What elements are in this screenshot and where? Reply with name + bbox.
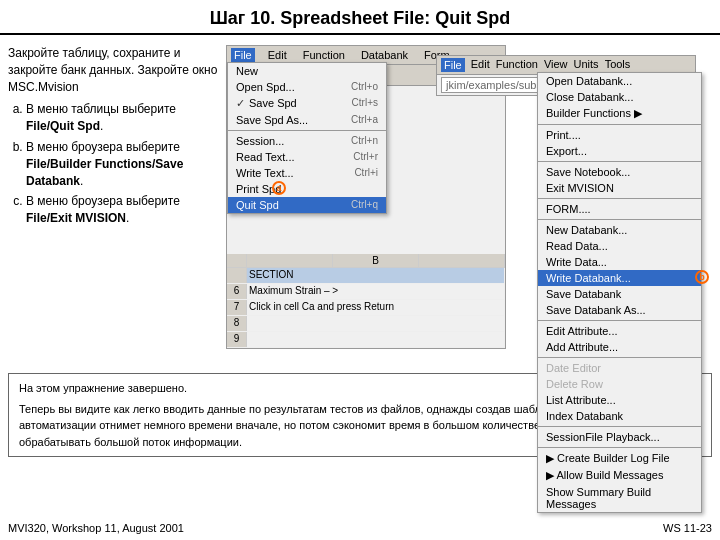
browser-menu-edit[interactable]: Edit [471, 58, 490, 72]
db-close[interactable]: Close Databank... [538, 89, 701, 105]
page-title: Шаг 10. Spreadsheet File: Quit Spd [0, 0, 720, 35]
ss-row-8: 8 [227, 316, 505, 332]
db-export[interactable]: Export... [538, 143, 701, 159]
main-content: Закройте таблицу, сохраните и закройте б… [0, 41, 720, 369]
menu-save-spd[interactable]: ✓Save SpdCtrl+s [228, 95, 386, 112]
ss-header: B [227, 254, 505, 268]
menu-read-text[interactable]: Read Text...Ctrl+r [228, 149, 386, 165]
db-sep6 [538, 357, 701, 358]
db-sep2 [538, 161, 701, 162]
ss-row-6: 6 Maximum Strain – > [227, 284, 505, 300]
step-b: В меню броузера выберите File/Builder Fu… [26, 139, 218, 189]
footer-right: WS 11-23 [663, 522, 712, 534]
screenshot-area: File Edit Function Databank Form fx New … [226, 45, 712, 365]
db-session-playback[interactable]: SessionFile Playback... [538, 429, 701, 445]
db-allow-build[interactable]: ▶ Allow Build Messages [538, 467, 701, 484]
db-date-editor: Date Editor [538, 360, 701, 376]
db-edit-attr[interactable]: Edit Attribute... [538, 323, 701, 339]
file-menu-dropdown: New Open Spd...Ctrl+o ✓Save SpdCtrl+s Sa… [227, 62, 387, 214]
row-num-header [227, 254, 247, 267]
db-sep1 [538, 124, 701, 125]
db-print[interactable]: Print.... [538, 127, 701, 143]
menu-quit-spd[interactable]: Quit SpdCtrl+q [228, 197, 386, 213]
step-a-bold: File/Quit Spd [26, 119, 100, 133]
databank-menu: Open Databank... Close Databank... Build… [537, 72, 702, 513]
browser-menu-units[interactable]: Units [574, 58, 599, 72]
col-c-header [419, 254, 505, 267]
db-index[interactable]: Index Databank [538, 408, 701, 424]
step-b-bold: File/Builder Functions/Save Databank [26, 157, 183, 188]
db-builder[interactable]: Builder Functions ▶ [538, 105, 701, 122]
db-save-as[interactable]: Save Databank As... [538, 302, 701, 318]
intro-text: Закройте таблицу, сохраните и закройте б… [8, 45, 218, 95]
db-sep7 [538, 426, 701, 427]
browser-menu-view[interactable]: View [544, 58, 568, 72]
menu-sep-1 [228, 130, 386, 131]
db-show-summary[interactable]: Show Summary Build Messages [538, 484, 701, 512]
ss-row-9: 9 [227, 332, 505, 348]
db-sep5 [538, 320, 701, 321]
browser-menu-function[interactable]: Function [496, 58, 538, 72]
db-write-databank[interactable]: Write Databank... b [538, 270, 701, 286]
step-c-bold: File/Exit MVISION [26, 211, 126, 225]
menu-write-text[interactable]: Write Text...Ctrl+i [228, 165, 386, 181]
page-footer: MVI320, Workshop 11, August 2001 WS 11-2… [0, 520, 720, 536]
db-exit[interactable]: Exit MVISION [538, 180, 701, 196]
col-b-header: B [333, 254, 419, 267]
db-delete-row: Delete Row [538, 376, 701, 392]
db-create-log[interactable]: ▶ Create Builder Log File [538, 450, 701, 467]
db-read[interactable]: Read Data... [538, 238, 701, 254]
browser-window: File Edit Function View Units Tools jkim… [436, 55, 696, 96]
menu-save-spd-as[interactable]: Save Spd As...Ctrl+a [228, 112, 386, 128]
db-sep4 [538, 219, 701, 220]
db-sep3 [538, 198, 701, 199]
db-new[interactable]: New Databank... [538, 222, 701, 238]
db-save[interactable]: Save Databank [538, 286, 701, 302]
step-list: В меню таблицы выберите File/Quit Spd. В… [8, 101, 218, 227]
ss-row-section: SECTION [227, 268, 505, 284]
step-c: В меню броузера выберите File/Exit MVISI… [26, 193, 218, 227]
menu-edit[interactable]: Edit [265, 48, 290, 62]
instruction-panel: Закройте таблицу, сохраните и закройте б… [8, 45, 218, 365]
ss-row-7: 7 Click in cell Ca and press Return [227, 300, 505, 316]
annotation-a: a [272, 181, 286, 195]
col-a-header [247, 254, 333, 267]
footer-left: MVI320, Workshop 11, August 2001 [8, 522, 184, 534]
db-add-attr[interactable]: Add Attribute... [538, 339, 701, 355]
db-list-attr[interactable]: List Attribute... [538, 392, 701, 408]
db-save-notebook[interactable]: Save Notebook... [538, 164, 701, 180]
step-a: В меню таблицы выберите File/Quit Spd. [26, 101, 218, 135]
browser-menu-tools[interactable]: Tools [605, 58, 631, 72]
menu-new[interactable]: New [228, 63, 386, 79]
db-write-data[interactable]: Write Data... [538, 254, 701, 270]
menu-databank[interactable]: Databank [358, 48, 411, 62]
menu-file[interactable]: File [231, 48, 255, 62]
db-form[interactable]: FORM.... [538, 201, 701, 217]
menu-function[interactable]: Function [300, 48, 348, 62]
annotation-b: b [695, 270, 709, 284]
menu-session[interactable]: Session...Ctrl+n [228, 133, 386, 149]
db-sep8 [538, 447, 701, 448]
spreadsheet-rows: B SECTION 6 Maximum Strain – > 7 Click i… [227, 254, 505, 348]
db-open[interactable]: Open Databank... [538, 73, 701, 89]
browser-menu-file[interactable]: File [441, 58, 465, 72]
menu-open-spd[interactable]: Open Spd...Ctrl+o [228, 79, 386, 95]
menu-print-spd[interactable]: Print Spd a [228, 181, 386, 197]
